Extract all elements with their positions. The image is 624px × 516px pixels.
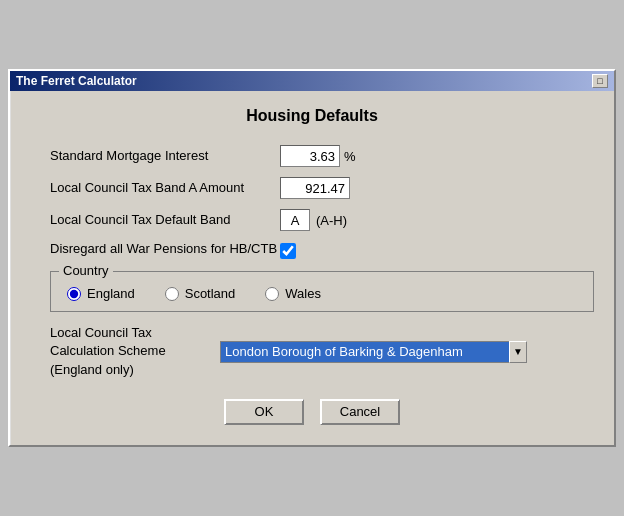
percent-sign: %	[344, 149, 356, 164]
radio-scotland-input[interactable]	[165, 287, 179, 301]
radio-scotland[interactable]: Scotland	[165, 286, 236, 301]
radio-wales-input[interactable]	[265, 287, 279, 301]
band-hint: (A-H)	[316, 213, 347, 228]
window-title: The Ferret Calculator	[16, 74, 137, 88]
radio-scotland-label: Scotland	[185, 286, 236, 301]
title-bar: The Ferret Calculator □	[10, 71, 614, 91]
radio-group: England Scotland Wales	[67, 286, 577, 301]
radio-wales-label: Wales	[285, 286, 321, 301]
country-group: Country England Scotland Wales	[50, 271, 594, 312]
radio-england[interactable]: England	[67, 286, 135, 301]
form-area: Standard Mortgage Interest % Local Counc…	[50, 145, 594, 312]
window-body: Housing Defaults Standard Mortgage Inter…	[10, 91, 614, 445]
war-pensions-checkbox[interactable]	[280, 243, 296, 259]
radio-england-input[interactable]	[67, 287, 81, 301]
mortgage-input[interactable]	[280, 145, 340, 167]
page-title: Housing Defaults	[30, 107, 594, 125]
country-legend: Country	[59, 263, 113, 278]
war-pensions-label: Disregard all War Pensions for HB/CTB	[50, 241, 280, 258]
button-row: OK Cancel	[30, 399, 594, 425]
tax-default-band-row: Local Council Tax Default Band (A-H)	[50, 209, 594, 231]
cancel-button[interactable]: Cancel	[320, 399, 400, 425]
scheme-dropdown-container: London Borough of Barking & Dagenham Lon…	[220, 341, 527, 363]
radio-wales[interactable]: Wales	[265, 286, 321, 301]
tax-default-band-label: Local Council Tax Default Band	[50, 212, 280, 229]
dropdown-arrow-icon[interactable]: ▼	[509, 341, 527, 363]
mortgage-label: Standard Mortgage Interest	[50, 148, 280, 165]
title-bar-buttons: □	[592, 74, 608, 88]
radio-england-label: England	[87, 286, 135, 301]
main-window: The Ferret Calculator □ Housing Defaults…	[8, 69, 616, 447]
tax-default-band-input[interactable]	[280, 209, 310, 231]
mortgage-row: Standard Mortgage Interest %	[50, 145, 594, 167]
bottom-section: Local Council Tax Calculation Scheme (En…	[30, 324, 594, 379]
maximize-button[interactable]: □	[592, 74, 608, 88]
tax-band-a-label: Local Council Tax Band A Amount	[50, 180, 280, 197]
scheme-label: Local Council Tax Calculation Scheme (En…	[50, 324, 210, 379]
war-pensions-row: Disregard all War Pensions for HB/CTB	[50, 241, 594, 259]
scheme-select[interactable]: London Borough of Barking & Dagenham Lon…	[220, 341, 510, 363]
tax-band-a-input[interactable]	[280, 177, 350, 199]
tax-band-a-row: Local Council Tax Band A Amount	[50, 177, 594, 199]
ok-button[interactable]: OK	[224, 399, 304, 425]
